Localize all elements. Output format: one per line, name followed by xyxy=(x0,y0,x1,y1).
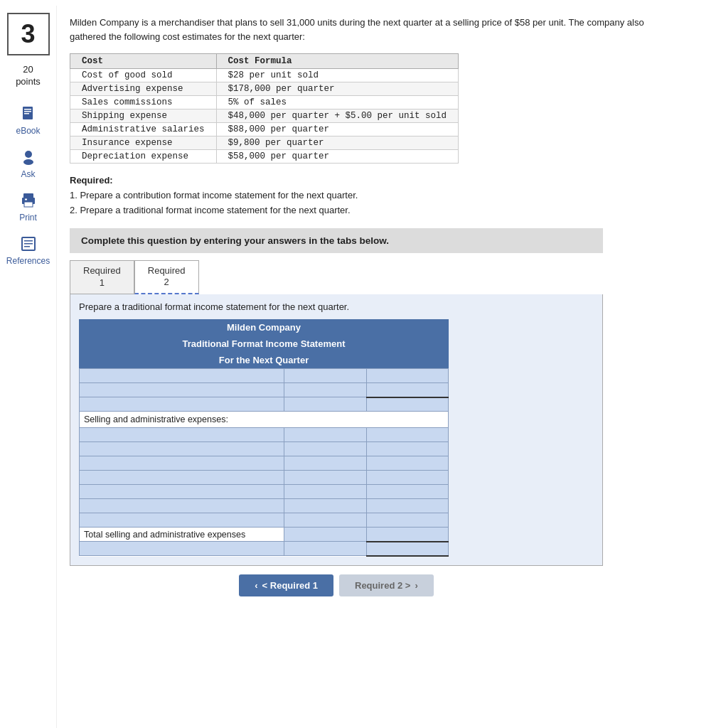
stmt-total-cell[interactable] xyxy=(366,383,448,397)
stmt-label-input[interactable] xyxy=(80,542,284,556)
stmt-value-cell[interactable] xyxy=(284,471,366,485)
sidebar: 3 20 points eBook xyxy=(0,6,57,728)
stmt-input[interactable] xyxy=(371,371,444,381)
cost-name: Sales commissions xyxy=(70,96,217,109)
stmt-input[interactable] xyxy=(371,473,444,483)
complete-banner: Complete this question by entering your … xyxy=(70,228,603,253)
stmt-row xyxy=(80,485,449,499)
stmt-value-cell[interactable] xyxy=(284,542,366,556)
required-item-2: 2. Prepare a traditional format income s… xyxy=(70,203,708,218)
stmt-total-cell[interactable] xyxy=(366,528,448,542)
stmt-input[interactable] xyxy=(371,385,444,395)
stmt-total-cell[interactable] xyxy=(366,485,448,499)
stmt-label-input[interactable] xyxy=(80,499,284,513)
stmt-label-input[interactable] xyxy=(80,456,284,471)
tab-required-2[interactable]: Required 2 xyxy=(134,260,199,295)
stmt-input[interactable] xyxy=(371,459,444,469)
stmt-input[interactable] xyxy=(371,430,444,440)
stmt-input[interactable] xyxy=(371,444,444,454)
required-item-1: 1. Prepare a contribution format income … xyxy=(70,188,708,203)
table-row: Administrative salaries $88,000 per quar… xyxy=(70,123,459,136)
stmt-label-input[interactable] xyxy=(80,471,284,485)
stmt-label-cell xyxy=(80,383,284,397)
stmt-input[interactable] xyxy=(289,371,361,381)
total-label-cell: Total selling and administrative expense… xyxy=(80,528,284,542)
stmt-value-cell[interactable] xyxy=(284,442,366,456)
print-button[interactable]: Print xyxy=(4,186,53,227)
svg-point-5 xyxy=(23,159,33,165)
stmt-input[interactable] xyxy=(371,544,444,554)
ask-button[interactable]: Ask xyxy=(4,143,53,183)
stmt-input[interactable] xyxy=(289,385,361,395)
next-button[interactable]: Required 2 > › xyxy=(339,574,434,596)
stmt-input[interactable] xyxy=(289,400,361,410)
stmt-row xyxy=(80,456,449,471)
tabs-row: Required 1 Required 2 xyxy=(70,260,708,295)
prev-button[interactable]: ‹ < Required 1 xyxy=(239,574,333,596)
stmt-period: For the Next Quarter xyxy=(79,352,449,368)
stmt-input[interactable] xyxy=(289,459,361,469)
stmt-input[interactable] xyxy=(289,487,361,497)
table-row: Shipping expense $48,000 per quarter + $… xyxy=(70,109,459,123)
references-button[interactable]: References xyxy=(4,230,53,270)
stmt-total-cell[interactable] xyxy=(366,542,448,556)
cost-col-header: Cost xyxy=(70,54,217,69)
stmt-input[interactable] xyxy=(84,459,279,469)
stmt-row-total: Total selling and administrative expense… xyxy=(80,528,449,542)
stmt-total-cell[interactable] xyxy=(366,428,448,442)
stmt-input[interactable] xyxy=(371,400,444,410)
stmt-total-cell[interactable] xyxy=(366,471,448,485)
stmt-input[interactable] xyxy=(84,430,279,440)
stmt-value-cell[interactable] xyxy=(284,456,366,471)
stmt-input[interactable] xyxy=(84,501,279,511)
stmt-input[interactable] xyxy=(84,544,279,554)
stmt-value-cell[interactable] xyxy=(284,397,366,412)
stmt-total-cell[interactable] xyxy=(366,397,448,412)
stmt-total-cell[interactable] xyxy=(366,442,448,456)
stmt-label-input[interactable] xyxy=(80,485,284,499)
stmt-input[interactable] xyxy=(371,530,444,540)
stmt-row xyxy=(80,471,449,485)
stmt-value-cell[interactable] xyxy=(284,383,366,397)
stmt-input[interactable] xyxy=(84,473,279,483)
stmt-input[interactable] xyxy=(84,515,279,525)
stmt-input[interactable] xyxy=(84,444,279,454)
stmt-input[interactable] xyxy=(371,501,444,511)
svg-rect-3 xyxy=(24,113,29,114)
tab-content-required2: Prepare a traditional format income stat… xyxy=(70,294,603,566)
required-items: 1. Prepare a contribution format income … xyxy=(70,188,708,218)
stmt-input[interactable] xyxy=(289,544,361,554)
stmt-input[interactable] xyxy=(289,501,361,511)
stmt-value-cell[interactable] xyxy=(284,528,366,542)
stmt-total-cell[interactable] xyxy=(366,369,448,383)
stmt-total-cell[interactable] xyxy=(366,456,448,471)
stmt-label-input[interactable] xyxy=(80,442,284,456)
stmt-input[interactable] xyxy=(371,515,444,525)
stmt-input[interactable] xyxy=(289,530,361,540)
stmt-input[interactable] xyxy=(289,444,361,454)
stmt-value-cell[interactable] xyxy=(284,513,366,528)
stmt-input[interactable] xyxy=(84,487,279,497)
stmt-total-cell[interactable] xyxy=(366,499,448,513)
stmt-value-cell[interactable] xyxy=(284,369,366,383)
cost-name: Cost of good sold xyxy=(70,69,217,82)
stmt-input[interactable] xyxy=(289,430,361,440)
stmt-label-input[interactable] xyxy=(80,513,284,528)
ask-icon xyxy=(18,147,38,167)
stmt-input[interactable] xyxy=(289,473,361,483)
stmt-row xyxy=(80,499,449,513)
table-row: Cost of good sold $28 per unit sold xyxy=(70,69,459,82)
stmt-input[interactable] xyxy=(371,487,444,497)
stmt-value-cell[interactable] xyxy=(284,485,366,499)
stmt-input[interactable] xyxy=(289,515,361,525)
tab-required-1[interactable]: Required 1 xyxy=(70,260,134,295)
stmt-value-cell[interactable] xyxy=(284,499,366,513)
bottom-nav: ‹ < Required 1 Required 2 > › xyxy=(70,574,603,596)
stmt-label-input[interactable] xyxy=(80,428,284,442)
svg-rect-12 xyxy=(24,243,33,245)
stmt-value-cell[interactable] xyxy=(284,428,366,442)
ebook-button[interactable]: eBook xyxy=(4,100,53,140)
stmt-row xyxy=(80,513,449,528)
income-statement: Milden Company Traditional Format Income… xyxy=(79,319,449,557)
stmt-total-cell[interactable] xyxy=(366,513,448,528)
